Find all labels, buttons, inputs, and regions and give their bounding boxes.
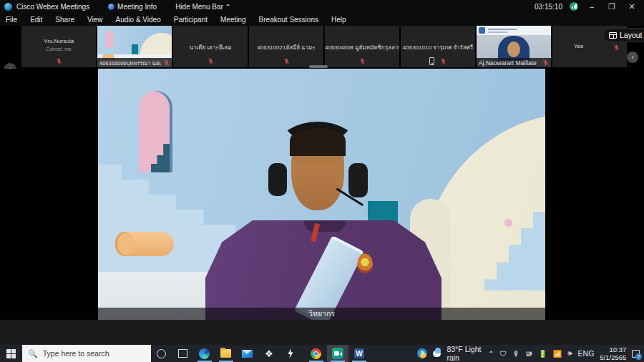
wifi-icon[interactable]: 📶 (553, 350, 562, 358)
security-icon[interactable]: 🛡 (499, 350, 507, 358)
taskbar-app-dropbox[interactable]: ❖ (258, 345, 280, 362)
close-button[interactable]: ✕ (625, 2, 638, 11)
taskbar-date: 5/1/2565 (600, 353, 626, 361)
chrome-icon (311, 348, 321, 359)
minimize-button[interactable]: – (585, 2, 598, 11)
scene-pink-arch (139, 91, 172, 172)
muted-mic-icon (542, 59, 549, 67)
dropbox-icon: ❖ (265, 349, 273, 358)
meeting-info-icon (108, 4, 114, 10)
notification-badge: 7 (635, 353, 642, 360)
muted-mic-icon (283, 57, 290, 65)
menu-audio-video[interactable]: Audio & Video (109, 13, 167, 26)
menu-file[interactable]: File (0, 13, 24, 26)
search-placeholder: Type here to search (43, 349, 109, 358)
app-title: Cisco Webex Meetings (16, 3, 89, 11)
participant-tile[interactable]: 406301010 จารุเกศ จำรัสศรี (401, 26, 475, 67)
cortana-button[interactable] (151, 345, 172, 362)
taskbar-app-mail[interactable] (237, 345, 258, 362)
taskbar-app-help[interactable]: ? (411, 345, 433, 362)
muted-mic-icon (163, 59, 170, 67)
muted-mic-icon (359, 57, 366, 65)
action-center-button[interactable]: 7 (632, 350, 640, 358)
taskbar-search[interactable]: 🔍 Type here to search (22, 345, 151, 362)
start-button[interactable] (6, 349, 16, 358)
participant-tile[interactable]: นาเดีย เอาะอีเลม (173, 26, 248, 67)
hide-menu-bar-button[interactable]: Hide Menu Bar ⌃ (175, 3, 231, 11)
meeting-clock: 03:15:10 (535, 3, 562, 11)
taskbar-app-word[interactable]: W (348, 345, 370, 362)
muted-mic-icon (56, 57, 62, 65)
headset-earcup-left (268, 163, 287, 196)
scene-banner-text (488, 29, 517, 30)
language-indicator[interactable]: ENG (578, 349, 595, 358)
menu-edit[interactable]: Edit (24, 13, 49, 26)
display-share-icon[interactable]: 🖳 (525, 350, 532, 358)
person-face (507, 41, 520, 57)
layout-button[interactable]: Layout (603, 28, 644, 42)
menu-breakout-sessions[interactable]: Breakout Sessions (253, 13, 325, 26)
filmstrip-scrollbar[interactable] (309, 65, 328, 68)
cortana-icon (157, 349, 166, 358)
muted-mic-icon (440, 57, 447, 65)
webex-window: Cisco Webex Meetings Meeting Info Hide M… (0, 0, 644, 362)
active-speaker-video[interactable]: วิทยากร (98, 69, 545, 320)
participant-tile[interactable]: Yru.Nursula Cohost, me (21, 26, 96, 67)
folder-icon (220, 349, 231, 358)
headset-band (278, 122, 357, 172)
battery-icon[interactable]: 🔋 (538, 350, 547, 358)
scene-pink-ball (504, 219, 512, 227)
menu-view[interactable]: View (81, 13, 109, 26)
weather-icon (433, 351, 441, 357)
task-view-button[interactable] (172, 345, 194, 362)
phone-icon (429, 57, 434, 65)
edge-icon (199, 348, 210, 359)
taskbar-app-bolt[interactable] (280, 345, 301, 362)
menu-help[interactable]: Help (325, 13, 353, 26)
participant-filmstrip: ‹ Yru.Nursula Cohost, me 406316006บุษพรร… (0, 26, 644, 69)
menu-meeting[interactable]: Meeting (214, 13, 253, 26)
volume-icon[interactable]: 🕪 (567, 349, 572, 358)
stage-left-bar (0, 69, 98, 320)
taskbar-clock[interactable]: 10:37 5/1/2565 (600, 346, 626, 361)
taskbar-app-chrome[interactable] (306, 345, 327, 362)
shirt-emblem (357, 253, 373, 273)
layout-grid-icon (609, 32, 617, 39)
taskbar-app-edge[interactable] (194, 345, 215, 362)
scene-banner-logo (479, 27, 485, 34)
speaker-collar (304, 220, 346, 232)
headset-earcup-right (348, 163, 368, 197)
webex-icon (332, 348, 343, 359)
connection-quality-icon[interactable] (570, 2, 578, 11)
scene-banner (477, 26, 551, 35)
webex-logo-icon (4, 3, 12, 11)
tray-chevron-icon[interactable]: ⌃ (488, 350, 494, 358)
help-icon: ? (417, 348, 427, 358)
scene-arch (106, 31, 114, 48)
filmstrip-next-button[interactable]: › (627, 52, 638, 63)
taskbar-app-webex[interactable] (327, 345, 348, 362)
participant-tile-video[interactable]: Aj.Naowarart Malilate (477, 26, 551, 67)
menu-share[interactable]: Share (49, 13, 81, 26)
taskbar-app-file-explorer[interactable] (215, 345, 237, 362)
taskbar-time: 10:37 (610, 346, 627, 353)
word-icon: W (354, 348, 364, 358)
meeting-control-bar: Unmute ▾ Start video ▾ Share ☺ ⋯ ✕ Parti… (0, 320, 644, 345)
muted-mic-icon (208, 57, 214, 65)
muted-mic-icon (613, 44, 620, 52)
title-bar: Cisco Webex Meetings Meeting Info Hide M… (0, 0, 644, 13)
participant-tile[interactable]: 406304008 มูฮัมหมัดซิกรุลลาห์ (325, 26, 399, 67)
microphone-icon[interactable]: 🎙 (512, 350, 519, 358)
participant-tile-video[interactable]: 406316006บุษพรรณา นอเกาะ (97, 26, 172, 67)
search-icon: 🔍 (28, 349, 38, 358)
meeting-info-button[interactable]: Meeting Info (108, 3, 157, 11)
task-view-icon (178, 349, 187, 358)
participant-tile[interactable]: 406310021อัสมีย์ แวมะ (249, 26, 323, 67)
maximize-button[interactable]: ❐ (605, 2, 618, 11)
weather-text[interactable]: 83°F Light rain (447, 345, 482, 362)
windows-taskbar: 🔍 Type here to search ❖ W ? 83°F Light r… (0, 345, 644, 362)
menu-participant[interactable]: Participant (167, 13, 214, 26)
system-tray: 83°F Light rain ⌃ 🛡 🎙 🖳 🔋 📶 🕪 ENG 10:37 … (433, 345, 644, 362)
lightning-icon (287, 348, 294, 358)
scene-cylinder (115, 232, 174, 256)
